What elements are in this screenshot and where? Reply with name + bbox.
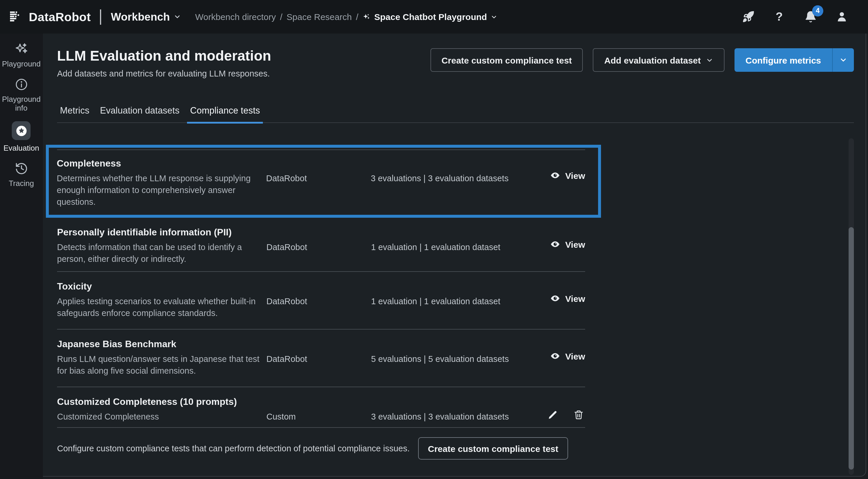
- chevron-down-icon: [491, 13, 497, 20]
- notification-count-badge: 4: [812, 5, 823, 16]
- sparkles-icon: [14, 42, 29, 56]
- compliance-tests-list: Completeness Determines whether the LLM …: [43, 145, 866, 459]
- view-label: View: [565, 239, 585, 249]
- configure-metrics-dropdown-button[interactable]: [832, 48, 854, 72]
- sidebar-item-playground-info[interactable]: Playground info: [1, 77, 42, 112]
- sidebar-item-playground[interactable]: Playground: [1, 42, 42, 68]
- table-row-completeness[interactable]: Completeness Determines whether the LLM …: [57, 149, 585, 215]
- breadcrumb: Workbench directory / Space Research / S…: [195, 12, 497, 22]
- test-source: DataRobot: [267, 338, 371, 377]
- test-source: DataRobot: [267, 280, 371, 319]
- test-name: Toxicity: [57, 280, 267, 293]
- test-usage: 3 evaluations | 3 evaluation datasets: [371, 395, 546, 422]
- test-description: Applies testing scenarios to evaluate wh…: [57, 295, 264, 319]
- selection-highlight-box: Completeness Determines whether the LLM …: [46, 145, 601, 218]
- sidebar-item-tracing[interactable]: Tracing: [1, 161, 42, 188]
- eye-icon: [550, 170, 560, 181]
- breadcrumb-space-research[interactable]: Space Research: [287, 12, 352, 22]
- row-actions: View: [550, 226, 585, 265]
- create-custom-compliance-test-button[interactable]: Create custom compliance test: [430, 48, 583, 72]
- test-name: Completeness: [57, 157, 266, 170]
- breadcrumb-current-label: Space Chatbot Playground: [374, 12, 487, 22]
- test-name: Japanese Bias Benchmark: [57, 338, 267, 351]
- chevron-down-icon: [839, 56, 847, 64]
- tab-metrics[interactable]: Metrics: [57, 105, 92, 122]
- row-actions: [546, 395, 585, 422]
- row-name-cell: Completeness Determines whether the LLM …: [57, 157, 266, 208]
- configure-metrics-button[interactable]: Configure metrics: [734, 48, 832, 72]
- breadcrumb-separator: /: [356, 12, 358, 22]
- add-evaluation-dataset-button[interactable]: Add evaluation dataset: [593, 48, 724, 72]
- footer-create-custom-compliance-test-button[interactable]: Create custom compliance test: [418, 437, 568, 459]
- datarobot-logo-icon[interactable]: [10, 11, 22, 22]
- table-row-toxicity[interactable]: Toxicity Applies testing scenarios to ev…: [57, 272, 585, 330]
- row-actions: View: [550, 157, 585, 208]
- row-name-cell: Toxicity Applies testing scenarios to ev…: [57, 280, 267, 319]
- table-row-japanese-bias-benchmark[interactable]: Japanese Bias Benchmark Runs LLM questio…: [57, 330, 585, 387]
- breadcrumb-current-playground[interactable]: Space Chatbot Playground: [363, 12, 497, 22]
- trash-icon: [574, 410, 584, 420]
- chevron-down-icon: [174, 13, 181, 21]
- view-button[interactable]: View: [550, 170, 585, 181]
- delete-button[interactable]: [572, 409, 585, 421]
- eye-icon: [550, 293, 560, 304]
- workbench-switcher[interactable]: Workbench: [111, 10, 181, 23]
- help-icon[interactable]: ?: [773, 10, 786, 23]
- page-actions: Create custom compliance test Add evalua…: [430, 48, 854, 72]
- sidebar-item-label: Tracing: [9, 179, 34, 188]
- top-header: DataRobot Workbench Workbench directory …: [0, 0, 868, 34]
- sidebar-item-label: Evaluation: [3, 144, 39, 152]
- tab-evaluation-datasets[interactable]: Evaluation datasets: [97, 105, 183, 122]
- sparkles-icon: [363, 13, 371, 21]
- question-mark-glyph: ?: [776, 10, 783, 24]
- view-label: View: [565, 351, 585, 361]
- page-title-block: LLM Evaluation and moderation Add datase…: [57, 47, 271, 80]
- app-name: Workbench: [111, 10, 170, 23]
- scrollbar-thumb[interactable]: [848, 227, 854, 470]
- eye-icon: [550, 239, 560, 249]
- header-divider: [100, 9, 101, 24]
- add-evaluation-dataset-label: Add evaluation dataset: [604, 55, 701, 65]
- edit-button[interactable]: [546, 409, 559, 421]
- profile-person-icon[interactable]: [835, 10, 848, 23]
- row-name-cell: Japanese Bias Benchmark Runs LLM questio…: [57, 338, 267, 377]
- header-icon-group: ? 4: [742, 10, 848, 23]
- page-subtitle: Add datasets and metrics for evaluating …: [57, 68, 271, 80]
- eye-icon: [550, 351, 560, 361]
- rocket-icon[interactable]: [742, 10, 754, 23]
- view-button[interactable]: View: [550, 293, 585, 304]
- tab-compliance-tests[interactable]: Compliance tests: [187, 105, 263, 122]
- row-name-cell: Customized Completeness (10 prompts) Cus…: [57, 395, 267, 422]
- test-source: Custom: [267, 395, 371, 422]
- test-name: Personally identifiable information (PII…: [57, 226, 267, 239]
- history-icon: [14, 161, 29, 175]
- tab-bar: Metrics Evaluation datasets Compliance t…: [57, 105, 854, 123]
- pencil-icon: [548, 410, 558, 420]
- sidebar-item-evaluation[interactable]: Evaluation: [1, 121, 42, 152]
- test-source: DataRobot: [267, 226, 371, 265]
- list-footer: Configure custom compliance tests that c…: [57, 437, 585, 459]
- sidebar-item-label: Playground info: [1, 95, 42, 112]
- table-row-pii[interactable]: Personally identifiable information (PII…: [57, 218, 585, 272]
- active-item-tile: [12, 121, 31, 140]
- test-usage: 5 evaluations | 5 evaluation datasets: [371, 338, 550, 377]
- test-description: Customized Completeness: [57, 411, 264, 422]
- vertical-scrollbar[interactable]: [848, 138, 854, 475]
- test-description: Determines whether the LLM response is s…: [57, 172, 264, 208]
- breadcrumb-workbench-directory[interactable]: Workbench directory: [195, 12, 276, 22]
- view-button[interactable]: View: [550, 239, 585, 249]
- test-usage: 3 evaluations | 3 evaluation datasets: [371, 157, 550, 208]
- main-panel: LLM Evaluation and moderation Add datase…: [43, 34, 866, 477]
- footer-description: Configure custom compliance tests that c…: [57, 444, 410, 453]
- page-title: LLM Evaluation and moderation: [57, 47, 271, 65]
- test-usage: 1 evaluation | 1 evaluation dataset: [371, 280, 550, 319]
- view-label: View: [565, 293, 585, 303]
- notifications-bell-icon[interactable]: 4: [804, 10, 817, 23]
- table-row-customized-completeness[interactable]: Customized Completeness (10 prompts) Cus…: [57, 387, 585, 428]
- sidebar-item-label: Playground: [2, 59, 41, 68]
- row-actions: View: [550, 280, 585, 319]
- star-circle-icon: [14, 124, 29, 138]
- configure-metrics-split-button: Configure metrics: [734, 48, 854, 72]
- view-button[interactable]: View: [550, 351, 585, 361]
- test-name: Customized Completeness (10 prompts): [57, 395, 267, 409]
